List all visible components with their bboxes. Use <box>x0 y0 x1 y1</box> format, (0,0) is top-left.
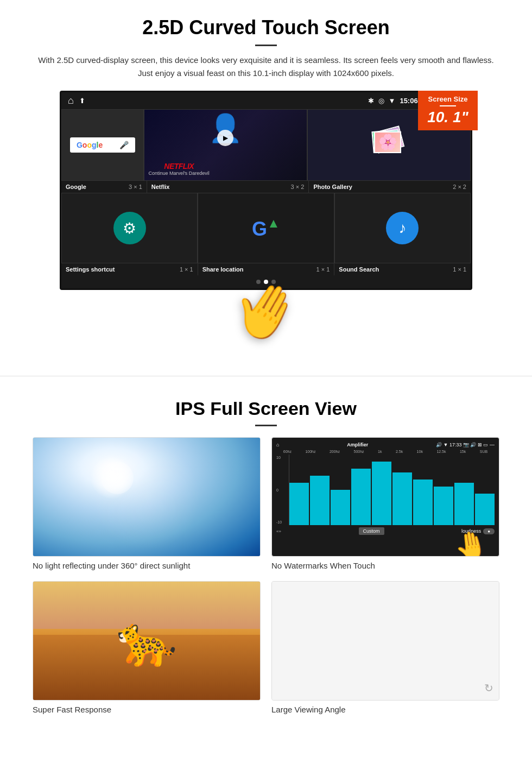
section2-title: IPS Full Screen View <box>33 398 499 419</box>
play-button[interactable]: ▶ <box>217 130 233 146</box>
location-icon: ◎ <box>378 97 384 105</box>
equalizer-label: No Watermarks When Touch <box>271 561 499 570</box>
settings-label: Settings shortcut <box>66 266 115 273</box>
settings-label-cell: Settings shortcut 1 × 1 <box>61 263 198 275</box>
time-display: 15:06 <box>400 97 417 105</box>
section-curved-screen: 2.5D Curved Touch Screen With 2.5D curve… <box>0 0 532 354</box>
section1-description: With 2.5D curved-display screen, this de… <box>33 54 499 80</box>
gear-icon: ⚙ <box>123 219 136 237</box>
eq-home: ⌂ <box>276 442 279 447</box>
top-app-row: Google 🎤 👤 ▶ <box>61 109 471 181</box>
feature-grid: No light reflecting under 360° direct su… <box>33 437 499 714</box>
section2-underline <box>255 425 277 426</box>
eq-bar-9 <box>454 483 474 525</box>
eq-bar-5 <box>372 462 391 525</box>
badge-title: Screen Size <box>425 95 471 103</box>
feature-equalizer: ⌂ Amplifier 🔊 ▼ 17:33 📷 🔊 ⊠ ▭ — 60hz100h… <box>271 437 499 570</box>
eq-bars <box>289 455 495 525</box>
android-screen: ⌂ ⬆ ✱ ◎ ▼ 15:06 ⬜ ◁) ⊠ ▭ <box>60 91 472 290</box>
music-note-icon: ♪ <box>398 219 406 237</box>
google-app-cell[interactable]: Google 🎤 <box>61 109 144 181</box>
netflix-label: NETFLIX Continue Marvel's Daredevil <box>149 162 210 176</box>
bottom-app-row: ⚙ G▲ ♪ <box>61 193 471 263</box>
feature-sunlight: No light reflecting under 360° direct su… <box>33 437 261 570</box>
feature-cheetah: 🐆 Super Fast Response <box>33 581 261 714</box>
eq-bars-container: 100-10 <box>276 455 495 525</box>
photo-label-cell: Photo Gallery 2 × 2 <box>309 181 471 193</box>
wifi-icon: ▼ <box>389 97 396 105</box>
eq-bar-2 <box>310 476 330 525</box>
photo-stack: 🌸 <box>370 126 408 164</box>
section-divider <box>0 376 532 376</box>
usb-icon: ⬆ <box>79 97 85 105</box>
device-wrapper: Screen Size 10. 1" ⌂ ⬆ ✱ ◎ ▼ 15:06 <box>33 91 499 290</box>
section1-title: 2.5D Curved Touch Screen <box>33 16 499 39</box>
netflix-size: 3 × 2 <box>291 184 305 190</box>
eq-bar-4 <box>351 469 371 525</box>
google-logo: Google <box>77 141 103 149</box>
device-container: Screen Size 10. 1" ⌂ ⬆ ✱ ◎ ▼ 15:06 <box>60 91 472 290</box>
bluetooth-icon: ✱ <box>368 97 374 105</box>
eq-bar-6 <box>392 472 412 526</box>
maps-label: Share location <box>202 266 244 273</box>
badge-divider <box>440 105 456 106</box>
photo-size: 2 × 2 <box>453 184 466 190</box>
photo-label: Photo Gallery <box>313 184 352 190</box>
title-underline <box>255 45 277 46</box>
eq-bar-8 <box>434 487 453 526</box>
home-icon[interactable]: ⌂ <box>68 95 74 106</box>
google-search-bar[interactable]: Google 🎤 <box>70 137 135 153</box>
cheetah-icon: 🐆 <box>116 613 177 670</box>
touch-hand: 🤚 <box>452 527 490 557</box>
eq-bar-1 <box>289 483 309 525</box>
cheetah-bg: 🐆 <box>33 582 260 700</box>
cheetah-image: 🐆 <box>33 581 261 701</box>
rotation-arrows: ↻ <box>484 682 493 695</box>
netflix-app-cell[interactable]: 👤 ▶ NETFLIX Continue Marvel's Daredevil <box>144 109 307 181</box>
google-label-cell: Google 3 × 1 <box>61 181 147 193</box>
eq-bar-10 <box>475 494 495 526</box>
car-bg <box>272 582 499 700</box>
settings-cell[interactable]: ⚙ <box>61 193 198 263</box>
music-label: Sound Search <box>339 266 379 273</box>
maps-label-cell: Share location 1 × 1 <box>198 263 335 275</box>
car-label: Large Viewing Angle <box>271 705 499 714</box>
sunlight-label: No light reflecting under 360° direct su… <box>33 561 261 570</box>
music-cell[interactable]: ♪ <box>334 193 471 263</box>
music-size: 1 × 1 <box>453 266 466 273</box>
freq-labels: 60hz100hz200hz500hz1k2.5k10k12.5k15kSUB <box>276 450 495 453</box>
maps-size: 1 × 1 <box>316 266 330 273</box>
settings-icon: ⚙ <box>113 212 146 244</box>
google-size: 3 × 1 <box>129 184 142 190</box>
eq-top-bar: ⌂ Amplifier 🔊 ▼ 17:33 📷 🔊 ⊠ ▭ — <box>276 442 495 447</box>
hand-section: 🤚 <box>33 279 499 343</box>
screen-size-badge: Screen Size 10. 1" <box>418 91 478 130</box>
pointing-hand: 🤚 <box>220 267 311 356</box>
cheetah-label: Super Fast Response <box>33 705 261 714</box>
netflix-logo: NETFLIX <box>149 162 210 171</box>
eq-nav-arrows: «» <box>276 529 281 534</box>
light-flare <box>92 443 201 551</box>
eq-icons: 🔊 ▼ 17:33 📷 🔊 ⊠ ▭ — <box>436 442 495 447</box>
netflix-label-text: Netflix <box>151 184 170 190</box>
section-ips-view: IPS Full Screen View No light reflecting… <box>0 398 532 730</box>
db-scale: 100-10 <box>276 455 287 525</box>
mic-icon[interactable]: 🎤 <box>119 141 129 149</box>
music-label-cell: Sound Search 1 × 1 <box>334 263 471 275</box>
google-label: Google <box>66 184 86 190</box>
photo-card-3: 🌸 <box>374 131 401 153</box>
custom-preset: Custom <box>359 527 384 535</box>
netflix-subtitle: Continue Marvel's Daredevil <box>149 171 210 176</box>
settings-size: 1 × 1 <box>180 266 193 273</box>
feature-car: ↻ Large Viewing Angle <box>271 581 499 714</box>
equalizer-image: ⌂ Amplifier 🔊 ▼ 17:33 📷 🔊 ⊠ ▭ — 60hz100h… <box>271 437 499 557</box>
badge-size: 10. 1" <box>425 109 471 126</box>
flower-icon: 🌸 <box>375 133 400 152</box>
eq-title: Amplifier <box>347 442 368 447</box>
app-labels-row1: Google 3 × 1 Netflix 3 × 2 Photo Gallery… <box>61 181 471 193</box>
maps-cell[interactable]: G▲ <box>198 193 334 263</box>
eq-bar-7 <box>413 480 433 526</box>
car-image: ↻ <box>271 581 499 701</box>
status-left: ⌂ ⬆ <box>68 95 85 106</box>
sunlight-image <box>33 437 261 557</box>
